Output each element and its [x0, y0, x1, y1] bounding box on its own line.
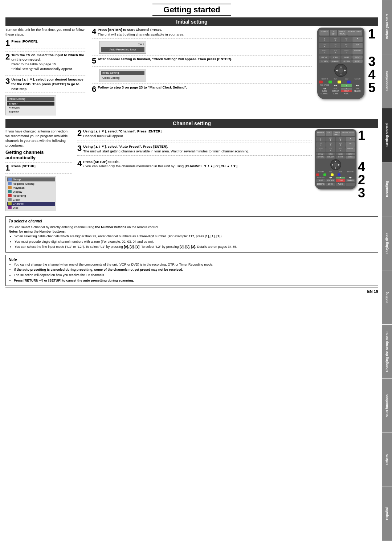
tab-recording[interactable]: Recording: [382, 162, 392, 216]
key-9: WXYZ9: [341, 49, 352, 54]
circle-btn-1: [356, 81, 359, 83]
rs-5: JKL5: [326, 142, 335, 147]
ch-step-4-text: Press [SETUP] to exit.: [83, 160, 119, 164]
large-num-3: 3: [368, 55, 375, 68]
skip3-btn: SKIP: [352, 88, 363, 90]
rs-space: SPACE: [326, 153, 335, 155]
remote-section-row: RECOTR VCR DVD REC/OTR: [319, 78, 363, 80]
ch-setting-intro: If you have changed antenna connection, …: [5, 129, 72, 148]
ch-step-1: 1 Press [SETUP].: [5, 164, 72, 174]
ch-step-3-detail: The unit will start getting channels ava…: [83, 149, 312, 154]
ch-remote-area: POWER T-SET TIMER PROG. OPEN/CLOSE ▲1 AB…: [315, 129, 378, 200]
tab-espanol[interactable]: Español: [382, 487, 392, 541]
blue-btn: [347, 81, 351, 83]
tab-connections[interactable]: Connections: [382, 54, 392, 108]
rs-yellow: [331, 173, 334, 176]
setup-icon: [8, 178, 12, 181]
rs-9: WXYZ9: [336, 147, 345, 152]
key-ch: CH: [352, 43, 363, 48]
note-item-3: You can select the line input mode ("L1"…: [15, 245, 375, 249]
initial-step-3: 3 Using [▲ / ▼], select your desired lan…: [5, 77, 86, 93]
rs-7: PQRS7: [316, 147, 326, 152]
tab-before-you-start[interactable]: Before you start: [382, 0, 392, 54]
rs-recotr2: RECOTR: [346, 171, 355, 173]
rs-clear: CLEAR: [336, 153, 345, 155]
rs-recspeed: REC SPEED ◀◀ ▶ ▶▶: [316, 177, 355, 179]
tab-editing[interactable]: Editing: [382, 270, 392, 324]
number-buttons-notes: When selecting cable channels which are …: [15, 234, 375, 249]
select-channel-intro: You can select a channel by directly ent…: [9, 225, 375, 230]
number-buttons-note-title: Notes for using the Number buttons:: [9, 229, 375, 234]
rs-top-menu: TOP MENU: [316, 156, 326, 159]
green-btn: [328, 81, 332, 83]
initial-step-5: 5 After channel setting is finished, "Cl…: [92, 57, 312, 67]
rs-circle2: [352, 173, 355, 176]
step-3-content: Using [▲ / ▼], select your desired langu…: [11, 77, 86, 91]
skip-pause-row: |◀◀ SKIP ⏸ SKIP: [319, 88, 363, 90]
channel-icon: [8, 202, 12, 205]
note-bullet-2: If the auto presetting is canceled durin…: [14, 267, 375, 272]
step-4-content: Press [ENTER] to start Channel Preset. T…: [98, 28, 312, 37]
skip-btn: |◀◀: [319, 88, 330, 90]
ch-step-2-text: Using [▲ / ▼], select "Channel". Press […: [83, 129, 162, 133]
initial-step-4: 4 Press [ENTER] to start Channel Preset.…: [92, 28, 312, 39]
remote-control-1: POWER T-SET TIMER PROG. OPEN/CLOSE ▲1 AB…: [317, 28, 364, 99]
clock-setting-label: Clock Setting: [101, 75, 144, 80]
nav-center: [338, 68, 343, 73]
page-title-area: Getting started: [5, 4, 378, 16]
setup-screen-title: Setup: [7, 177, 55, 181]
rs-dubbing: DUBBING: [316, 183, 326, 186]
key-menu: MENU/LIST: [330, 60, 341, 63]
setup-item-channel: Channel: [7, 202, 55, 206]
initial-setting-area: Turn on this unit for the first time, yo…: [5, 28, 378, 117]
ff-btn: ▶▶: [352, 84, 363, 87]
step-2-text: Turn the TV on. Select the input to whic…: [11, 53, 84, 62]
rs-display: DISPLAY: [316, 153, 326, 155]
display-icon: [8, 190, 12, 193]
rs-audio: AUDIO: [336, 183, 345, 186]
tab-playing-discs[interactable]: Playing discs: [382, 216, 392, 270]
rs-bottom: DUBBING ZOOM AUDIO: [316, 183, 355, 186]
rs-top-row: POWER T-SET TIMER PROG. OPEN/CLOSE: [316, 131, 355, 136]
ch-step-2-num: 2: [77, 129, 82, 137]
rs-4: GHI4: [316, 142, 326, 147]
step-5-text: After channel setting is finished, "Cloc…: [98, 57, 232, 61]
large-num-5: 5: [368, 81, 375, 94]
recording-icon: [8, 194, 12, 197]
tab-others[interactable]: Others: [382, 433, 392, 487]
initial-step-6: 6 Follow to step 3 on page 23 to "Manual…: [92, 85, 312, 95]
tab-changing-setup[interactable]: Changing the Setup menu: [382, 325, 392, 378]
initial-setting-right-col: POWER T-SET TIMER PROG. OPEN/CLOSE ▲1 AB…: [315, 28, 378, 117]
remote-nav: ▲ ▼ ◀ ▶: [319, 64, 363, 77]
remote-top-buttons: POWER T-SET TIMER PROG. OPEN/CLOSE: [319, 30, 363, 36]
tab-getting-started[interactable]: Getting started: [382, 108, 392, 162]
ch-step-4-num: 4: [77, 160, 82, 168]
ch1-status: Auto Presetting Now: [101, 47, 144, 52]
skip2-btn: SKIP: [330, 88, 341, 90]
rs-section-row: RECOTR VCR DVD RECOTR: [316, 171, 355, 173]
step-2-note: "Initial Setting" will automatically app…: [11, 67, 86, 71]
slow-btn: SLOW: [319, 90, 330, 92]
ch-step-4-content: Press [SETUP] to exit. • You can select …: [83, 160, 312, 169]
channel-middle-col: 2 Using [▲ / ▼], select "Channel". Press…: [74, 129, 315, 211]
rs-enter: ENTER: [346, 156, 355, 159]
ch-step-2-detail: Channel menu will appear.: [83, 134, 312, 139]
large-num-1: 1: [368, 28, 375, 41]
key-7: PQRS7: [319, 49, 330, 54]
rs-2: ABC2: [326, 137, 335, 142]
rec-speed-row: REC SPEED ◀◀ ▶ ▶▶: [319, 84, 363, 87]
color-buttons: [319, 81, 363, 83]
rs-6: MNO6: [336, 142, 345, 147]
step-1-content: Press [POWER].: [11, 39, 86, 44]
bottom-row: DUBBING ZOOM AUDIO: [319, 93, 363, 95]
initial-step-1: 1 Press [POWER].: [5, 39, 86, 49]
clock-screen: Initial Setting Clock Setting: [99, 69, 146, 82]
rs-open: OPEN/CLOSE: [341, 131, 355, 136]
initial-setting-header: Initial setting: [5, 17, 378, 26]
tab-vcr-functions[interactable]: VCR functions: [382, 379, 392, 433]
ch1-screen: CH 1 Auto Presetting Now: [99, 41, 146, 54]
ch-large-4: 4: [358, 160, 365, 173]
note-bullet-1: You cannot change the channel when one o…: [14, 262, 375, 267]
rs-power: POWER: [317, 131, 325, 136]
note-item-1: When selecting cable channels which are …: [15, 234, 375, 239]
